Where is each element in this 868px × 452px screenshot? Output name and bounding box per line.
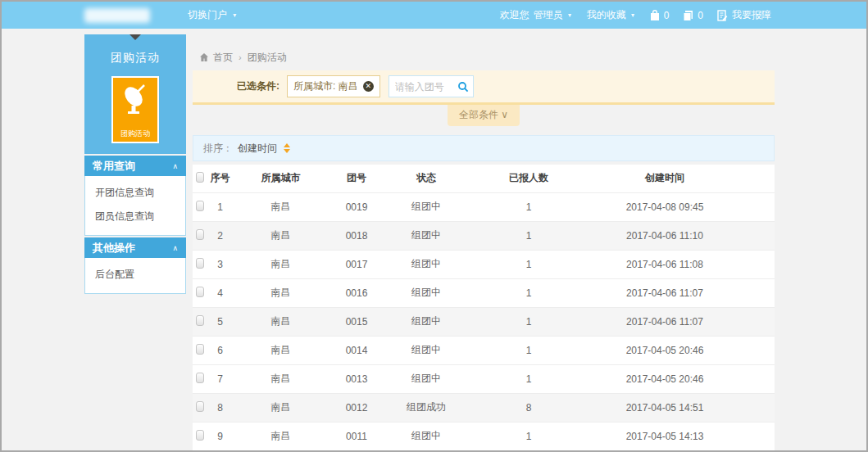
favorites-menu[interactable]: 我的收藏 ▼	[587, 8, 636, 22]
table-row[interactable]: 6 南昌 0014 组团中 1 2017-04-05 20:46	[193, 336, 775, 364]
column-header-created: 创建时间	[590, 165, 775, 192]
cell-status: 组团中	[385, 307, 467, 336]
sidebar-item-member-info-query[interactable]: 团员信息查询	[85, 205, 185, 228]
cell-index: 9	[207, 422, 234, 450]
city-filter-tag-label: 所属城市: 南昌	[293, 79, 358, 93]
message-badge[interactable]: 0	[683, 10, 703, 21]
cell-status: 组团中	[385, 221, 467, 250]
table-row[interactable]: 8 南昌 0012 组团成功 8 2017-04-05 14:51	[193, 393, 775, 422]
sidebar-item-backend-config[interactable]: 后台配置	[85, 263, 185, 287]
cell-index: 3	[207, 250, 234, 278]
cell-group-no: 0011	[328, 422, 385, 450]
row-checkbox[interactable]	[196, 258, 204, 269]
cell-city: 南昌	[234, 221, 328, 250]
table-row[interactable]: 1 南昌 0019 组团中 1 2017-04-08 09:45	[193, 192, 775, 221]
message-count: 0	[698, 10, 703, 21]
sidebar-section-other-ops[interactable]: 其他操作 ∧	[84, 237, 186, 258]
table-row[interactable]: 3 南昌 0017 组团中 1 2017-04-06 11:08	[193, 250, 775, 278]
cell-index: 5	[207, 307, 234, 336]
row-checkbox[interactable]	[196, 401, 204, 412]
column-header-status: 状态	[385, 165, 467, 192]
section-title: 其他操作	[93, 241, 135, 255]
cell-index: 7	[207, 364, 234, 393]
column-header-index: 序号	[207, 165, 234, 192]
cell-city: 南昌	[234, 393, 328, 422]
breadcrumb-home[interactable]: 首页	[213, 51, 233, 65]
sort-field-created-time[interactable]: 创建时间	[238, 142, 277, 156]
cell-index: 4	[207, 278, 234, 307]
all-conditions-toggle[interactable]: 全部条件 ∨	[448, 105, 520, 126]
cell-created: 2017-04-05 20:46	[590, 336, 775, 364]
cell-created: 2017-04-05 14:13	[590, 422, 775, 450]
cell-members: 1	[467, 278, 590, 307]
cell-city: 南昌	[234, 364, 328, 393]
cell-index: 1	[207, 192, 234, 221]
welcome-label: 欢迎您	[500, 8, 529, 22]
table-row[interactable]: 2 南昌 0018 组团中 1 2017-04-06 11:10	[193, 221, 775, 250]
row-checkbox[interactable]	[196, 430, 204, 441]
groups-table: 序号 所属城市 团号 状态 已报人数 创建时间 1 南昌 0019 组团中 1 …	[193, 165, 775, 450]
username-label: 管理员	[534, 8, 563, 22]
cell-group-no: 0015	[328, 307, 385, 336]
row-checkbox[interactable]	[196, 344, 204, 355]
cell-city: 南昌	[234, 307, 328, 336]
cell-created: 2017-04-05 20:46	[590, 364, 775, 393]
cell-group-no: 0016	[328, 278, 385, 307]
table-header-row: 序号 所属城市 团号 状态 已报人数 创建时间	[193, 165, 775, 192]
sidebar-item-open-group-query[interactable]: 开团信息查询	[85, 181, 185, 205]
row-checkbox[interactable]	[196, 315, 204, 326]
row-checkbox[interactable]	[196, 201, 204, 211]
cell-created: 2017-04-06 11:07	[590, 307, 775, 336]
row-checkbox[interactable]	[196, 229, 204, 240]
cell-members: 1	[467, 221, 590, 250]
filter-bar: 已选条件: 所属城市: 南昌 ✕	[193, 70, 775, 105]
cell-index: 8	[207, 393, 234, 422]
app-icon-card[interactable]: 团购活动	[111, 76, 159, 143]
search-input[interactable]	[393, 80, 457, 93]
cell-created: 2017-04-05 14:51	[590, 393, 775, 422]
home-icon	[199, 52, 209, 62]
table-row[interactable]: 4 南昌 0016 组团中 1 2017-04-06 11:07	[193, 278, 775, 307]
chevron-up-icon: ∧	[172, 162, 178, 170]
cell-members: 1	[467, 192, 590, 221]
cell-city: 南昌	[234, 192, 328, 221]
sidebar-section-common-queries[interactable]: 常用查询 ∧	[84, 156, 186, 176]
table-row[interactable]: 9 南昌 0011 组团中 1 2017-04-05 14:13	[193, 422, 775, 450]
report-issue-label: 我要报障	[732, 8, 771, 22]
section-title: 常用查询	[93, 159, 135, 174]
logo	[84, 8, 150, 23]
cell-members: 1	[467, 422, 590, 450]
cell-status: 组团中	[385, 250, 467, 278]
table-row[interactable]: 7 南昌 0013 组团中 1 2017-04-05 20:46	[193, 364, 775, 393]
selected-conditions-label: 已选条件:	[237, 79, 279, 93]
cell-city: 南昌	[234, 278, 328, 307]
user-menu[interactable]: 欢迎您 管理员 ▼	[500, 8, 573, 22]
active-portal-notch-icon	[130, 34, 141, 40]
row-checkbox[interactable]	[196, 287, 204, 297]
search-icon[interactable]	[457, 81, 469, 93]
cart-count: 0	[664, 10, 670, 21]
cell-members: 1	[467, 250, 590, 278]
select-all-checkbox[interactable]	[196, 172, 204, 183]
close-icon[interactable]: ✕	[363, 81, 374, 92]
sidebar-section-items: 后台配置	[84, 258, 186, 294]
table-row[interactable]: 5 南昌 0015 组团中 1 2017-04-06 11:07	[193, 307, 775, 336]
column-header-city: 所属城市	[234, 165, 328, 192]
breadcrumb-current: 团购活动	[248, 51, 287, 65]
cell-members: 1	[467, 364, 590, 393]
cell-group-no: 0013	[328, 364, 385, 393]
bag-icon	[650, 10, 660, 21]
favorites-label: 我的收藏	[587, 8, 626, 22]
app-card-label: 团购活动	[113, 129, 157, 139]
main-content: 首页 › 团购活动 已选条件: 所属城市: 南昌 ✕ 全部条件 ∨ 排序： 创建…	[193, 34, 775, 450]
cart-badge[interactable]: 0	[650, 10, 670, 21]
sidebar: 团购活动 团购活动 常用查询 ∧ 开团信息查询 团员信息查询 其他操作 ∧	[84, 34, 186, 294]
row-checkbox[interactable]	[196, 373, 204, 383]
cell-created: 2017-04-08 09:45	[590, 192, 775, 221]
portal-switch-menu[interactable]: 切换门户 ▼	[188, 8, 238, 22]
cell-status: 组团中	[385, 336, 467, 364]
cell-created: 2017-04-06 11:08	[590, 250, 775, 278]
chevron-down-icon: ▼	[630, 12, 636, 18]
sort-direction-icon[interactable]	[284, 143, 290, 153]
report-issue-link[interactable]: 我要报障	[717, 8, 771, 22]
